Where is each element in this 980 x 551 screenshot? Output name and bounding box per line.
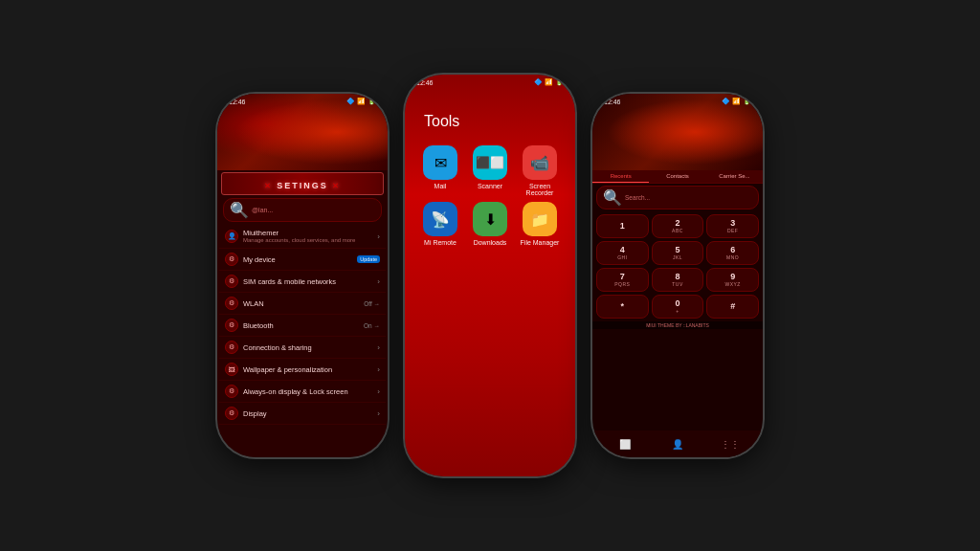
key-4-main: 4 (620, 246, 625, 254)
key-6[interactable]: 6 MNO (706, 241, 759, 265)
aod-title: Always-on display & Lock screen (243, 387, 377, 396)
bluetooth-content: Bluetooth (243, 321, 364, 330)
status-time: 12:46 (229, 99, 246, 105)
bluetooth-status: On → (364, 322, 380, 329)
key-9-main: 9 (730, 273, 735, 281)
tool-scanner[interactable]: ⬛⬜ Scanner (468, 145, 512, 196)
key-0-main: 0 (675, 299, 679, 308)
miuithemer-content: Miuithemer Manage accounts, cloud servic… (243, 229, 377, 244)
aod-icon: ⚙ (225, 385, 238, 398)
settings-item-wlan[interactable]: ⚙ WLAN Off → (219, 293, 386, 315)
key-2[interactable]: 2 ABC (652, 214, 704, 238)
tools-status-icons: 🔷 📶 🔋 (534, 78, 564, 86)
wlan-icon: ⚙ (225, 297, 238, 310)
mydevice-title: My device (243, 255, 357, 264)
tool-screen-recorder[interactable]: 📹 Screen Recorder (518, 145, 562, 196)
search-icon: 🔍 (230, 201, 249, 219)
settings-title: ✕ SETINGS ✕ (264, 181, 342, 190)
tools-status-bar: 12:46 🔷 📶 🔋 (405, 75, 575, 88)
mi-remote-label: Mi Remote (424, 239, 457, 246)
avatar-icon[interactable]: 👤 (668, 434, 687, 453)
bluetooth-icon: 🔷 (346, 98, 355, 105)
key-5[interactable]: 5 JKL (652, 241, 704, 265)
settings-item-display[interactable]: ⚙ Display › (219, 403, 386, 425)
wlan-title: WLAN (243, 299, 364, 308)
key-3-sub: DEF (727, 228, 739, 233)
wlan-content: WLAN (243, 299, 364, 308)
status-bar: 12:46 🔷 📶 🔋 (217, 94, 388, 107)
settings-item-aod[interactable]: ⚙ Always-on display & Lock screen › (219, 381, 386, 403)
key-9-sub: WXYZ (724, 281, 740, 287)
tools-screen: 12:46 🔷 📶 🔋 Tools ✉ Mail ⬛⬜ Scanner (405, 75, 575, 476)
settings-item-wallpaper[interactable]: 🖼 Wallpaper & personalization › (219, 359, 386, 381)
key-6-main: 6 (730, 246, 735, 254)
key-1[interactable]: 1 (596, 214, 649, 238)
dialer-search[interactable]: 🔍 Search... (596, 186, 759, 209)
key-5-sub: JKL (673, 254, 682, 260)
dialer-status-time: 12:46 (604, 99, 621, 105)
tools-battery-icon: 🔋 (555, 78, 564, 86)
keypad: 1 2 ABC 3 DEF 4 GHI 5 JKL (592, 211, 763, 321)
grid-icon[interactable]: ⋮⋮ (721, 434, 740, 453)
dialer-tabs: Recents Contacts Carrier Se... (592, 170, 763, 184)
settings-item-sim[interactable]: ⚙ SIM cards & mobile networks › (219, 271, 386, 293)
tools-bluetooth-icon: 🔷 (534, 78, 543, 86)
dialer-status-bar: 12:46 🔷 📶 🔋 (592, 94, 763, 107)
connection-icon: ⚙ (225, 341, 238, 354)
key-1-main: 1 (620, 222, 625, 231)
tool-mi-remote[interactable]: 📡 Mi Remote (418, 202, 462, 246)
header-image: 12:46 🔷 📶 🔋 (217, 94, 388, 170)
miuithemer-arrow: › (377, 232, 380, 241)
display-content: Display (243, 409, 377, 418)
dialer-search-input[interactable]: Search... (625, 194, 650, 201)
tab-carrier[interactable]: Carrier Se... (706, 170, 763, 183)
connection-title: Connection & sharing (243, 343, 377, 352)
key-hash[interactable]: # (706, 295, 759, 319)
key-4[interactable]: 4 GHI (596, 241, 649, 265)
settings-item-connection[interactable]: ⚙ Connection & sharing › (219, 337, 386, 359)
key-0[interactable]: 0 + (652, 295, 704, 319)
signal-icon: 📶 (357, 98, 366, 105)
miuithemer-icon: 👤 (225, 230, 238, 243)
tool-mail[interactable]: ✉ Mail (418, 145, 462, 196)
wallpaper-content: Wallpaper & personalization (243, 365, 377, 374)
key-9[interactable]: 9 WXYZ (706, 268, 759, 292)
settings-search[interactable]: 🔍 @lan... (223, 198, 382, 222)
key-2-sub: ABC (672, 228, 683, 233)
key-8-main: 8 (675, 273, 679, 281)
settings-item-bluetooth[interactable]: ⚙ Bluetooth On → (219, 315, 386, 337)
tab-contacts[interactable]: Contacts (649, 170, 705, 183)
dialer-screen: 12:46 🔷 📶 🔋 Recents Contacts Carrier Se.… (592, 94, 763, 457)
phone-dialer: 12:46 🔷 📶 🔋 Recents Contacts Carrier Se.… (592, 94, 763, 457)
tool-downloads[interactable]: ⬇ Downloads (468, 202, 512, 246)
sim-title: SIM cards & mobile networks (243, 277, 377, 286)
dialer-signal-icon: 📶 (732, 98, 741, 105)
dialer-search-icon: 🔍 (603, 188, 622, 207)
key-7-main: 7 (620, 273, 625, 281)
display-arrow: › (377, 409, 380, 418)
skull-left: ✕ (264, 182, 273, 190)
settings-item-mydevice[interactable]: ⚙ My device Update (219, 249, 386, 271)
credit-text: MIUI THEME BY ::LANABITS (592, 321, 763, 329)
key-7[interactable]: 7 PQRS (596, 268, 649, 292)
settings-screen: 12:46 🔷 📶 🔋 ✕ SETINGS ✕ 🔍 (217, 94, 388, 457)
aod-arrow: › (377, 387, 380, 396)
update-badge: Update (357, 255, 380, 263)
battery-icon: 🔋 (368, 98, 376, 105)
home-icon[interactable]: ⬜ (615, 434, 635, 453)
search-input[interactable]: @lan... (252, 207, 273, 213)
settings-item-miuithemer[interactable]: 👤 Miuithemer Manage accounts, cloud serv… (219, 225, 386, 249)
key-star-main: * (621, 302, 625, 311)
connection-arrow: › (377, 343, 380, 352)
key-6-sub: MNO (726, 254, 739, 260)
sim-icon: ⚙ (225, 275, 238, 288)
key-star[interactable]: * (596, 295, 649, 319)
tab-recents[interactable]: Recents (592, 170, 649, 183)
mail-icon: ✉ (423, 145, 457, 180)
key-3[interactable]: 3 DEF (706, 214, 759, 238)
file-manager-icon: 📁 (523, 202, 557, 236)
tools-status-time: 12:46 (416, 79, 434, 86)
tool-file-manager[interactable]: 📁 File Manager (518, 202, 562, 246)
key-8[interactable]: 8 TUV (652, 268, 704, 292)
screen-recorder-label: Screen Recorder (518, 183, 562, 196)
